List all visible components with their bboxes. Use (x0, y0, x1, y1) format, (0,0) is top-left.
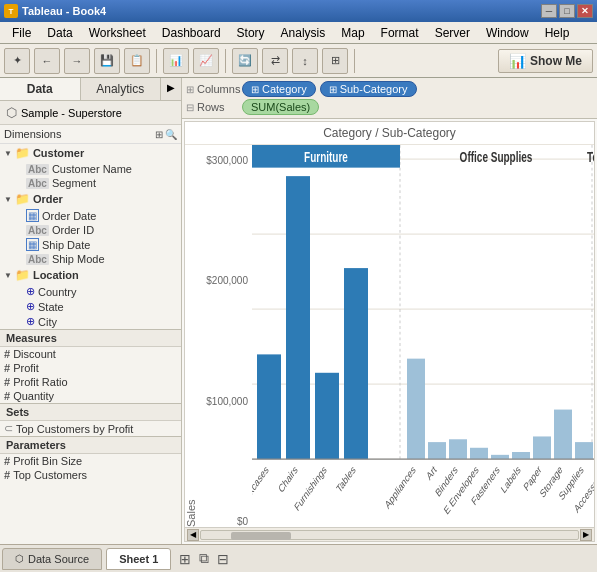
menu-file[interactable]: File (4, 24, 39, 42)
columns-row: ⊞ Columns ⊞ Category ⊞ Sub-Category (186, 81, 593, 97)
datasource-name: Sample - Superstore (21, 107, 122, 119)
group-customer[interactable]: ▼ 📁 Customer (0, 144, 181, 162)
minimize-button[interactable]: ─ (541, 4, 557, 18)
tab-sheet1[interactable]: Sheet 1 (106, 548, 171, 570)
bar-paper[interactable] (533, 436, 551, 459)
bar-bookcases[interactable] (257, 354, 281, 459)
h-scrollbar[interactable]: ◀ ▶ (185, 527, 594, 541)
bar-supplies[interactable] (575, 442, 593, 459)
toolbar-swap[interactable]: ⇄ (262, 48, 288, 74)
show-me-icon: 📊 (509, 53, 526, 69)
column-pill-subcategory[interactable]: ⊞ Sub-Category (320, 81, 417, 97)
panel-tabs: Data Analytics ▶ (0, 78, 181, 101)
field-profit-ratio-label: Profit Ratio (13, 376, 67, 388)
window-controls[interactable]: ─ □ ✕ (541, 4, 593, 18)
field-country[interactable]: ⊕ Country (0, 284, 181, 299)
group-order[interactable]: ▼ 📁 Order (0, 190, 181, 208)
toolbar-chart2[interactable]: 📈 (193, 48, 219, 74)
tab-data[interactable]: Data (0, 78, 81, 100)
y-axis-label: Sales (185, 145, 197, 527)
bar-binders[interactable] (449, 439, 467, 459)
field-country-label: Country (38, 286, 77, 298)
menu-story[interactable]: Story (229, 24, 273, 42)
toolbar-paste[interactable]: 📋 (124, 48, 150, 74)
param-profit-bin[interactable]: # Profit Bin Size (0, 454, 181, 468)
maximize-button[interactable]: □ (559, 4, 575, 18)
triangle-location: ▼ (4, 271, 12, 280)
field-city-label: City (38, 316, 57, 328)
sheet-sorter-icon[interactable]: ⊟ (215, 549, 231, 569)
toolbar-redo[interactable]: → (64, 48, 90, 74)
window-title: Tableau - Book4 (22, 5, 106, 17)
hash-icon-3: # (4, 376, 10, 388)
bar-appliances[interactable] (407, 359, 425, 459)
bar-storage[interactable] (554, 410, 572, 460)
scroll-right-btn[interactable]: ▶ (580, 529, 592, 541)
hash-icon-2: # (4, 362, 10, 374)
toolbar-new[interactable]: ✦ (4, 48, 30, 74)
menu-window[interactable]: Window (478, 24, 537, 42)
bar-furnishings[interactable] (315, 373, 339, 459)
duplicate-sheet-icon[interactable]: ⧉ (197, 548, 211, 569)
field-customer-name[interactable]: Abc Customer Name (0, 162, 181, 176)
separator-3 (354, 49, 355, 73)
toolbar-refresh[interactable]: 🔄 (232, 48, 258, 74)
field-ship-date[interactable]: ▦ Ship Date (0, 237, 181, 252)
scrollbar-thumb[interactable] (231, 532, 291, 540)
field-quantity-label: Quantity (13, 390, 54, 402)
menu-data[interactable]: Data (39, 24, 80, 42)
toolbar-undo[interactable]: ← (34, 48, 60, 74)
bar-art[interactable] (428, 442, 446, 459)
field-state[interactable]: ⊕ State (0, 299, 181, 314)
bar-tables[interactable] (344, 268, 368, 459)
param-top-customers[interactable]: # Top Customers (0, 468, 181, 482)
bar-chairs[interactable] (286, 176, 310, 459)
menu-map[interactable]: Map (333, 24, 372, 42)
menu-worksheet[interactable]: Worksheet (81, 24, 154, 42)
data-source-item[interactable]: ⬡ Sample - Superstore (0, 101, 181, 125)
tab-analytics[interactable]: Analytics (81, 78, 162, 100)
menu-help[interactable]: Help (537, 24, 578, 42)
field-order-id[interactable]: Abc Order ID (0, 223, 181, 237)
separator-2 (225, 49, 226, 73)
menu-server[interactable]: Server (427, 24, 478, 42)
field-ship-mode[interactable]: Abc Ship Mode (0, 252, 181, 266)
field-order-date[interactable]: ▦ Order Date (0, 208, 181, 223)
toolbar-filter[interactable]: ⊞ (322, 48, 348, 74)
toolbar-sort[interactable]: ↕ (292, 48, 318, 74)
field-quantity[interactable]: # Quantity (0, 389, 181, 403)
field-discount[interactable]: # Discount (0, 347, 181, 361)
menu-dashboard[interactable]: Dashboard (154, 24, 229, 42)
toolbar-chart1[interactable]: 📊 (163, 48, 189, 74)
pill-icon-1: ⊞ (251, 84, 259, 95)
menu-format[interactable]: Format (373, 24, 427, 42)
title-bar: T Tableau - Book4 ─ □ ✕ (0, 0, 597, 22)
panel-arrow[interactable]: ▶ (161, 78, 181, 100)
show-me-button[interactable]: 📊 Show Me (498, 49, 593, 73)
menu-analysis[interactable]: Analysis (273, 24, 334, 42)
svg-text:Furniture: Furniture (304, 149, 348, 165)
field-profit[interactable]: # Profit (0, 361, 181, 375)
svg-text:Bookcases: Bookcases (252, 463, 270, 511)
bar-labels[interactable] (512, 452, 530, 459)
bar-envelopes[interactable] (470, 448, 488, 459)
field-segment[interactable]: Abc Segment (0, 176, 181, 190)
scrollbar-track[interactable] (200, 530, 579, 540)
field-city[interactable]: ⊕ City (0, 314, 181, 329)
param-top-customers-label: Top Customers (13, 469, 87, 481)
row-pill-sumsales[interactable]: SUM(Sales) (242, 99, 319, 115)
new-worksheet-icon[interactable]: ⊞ (177, 549, 193, 569)
set-top-customers[interactable]: ⊂ Top Customers by Profit (0, 421, 181, 436)
tab-data-source[interactable]: ⬡ Data Source (2, 548, 102, 570)
toolbar-save[interactable]: 💾 (94, 48, 120, 74)
field-state-label: State (38, 301, 64, 313)
scroll-left-btn[interactable]: ◀ (187, 529, 199, 541)
column-pill-category[interactable]: ⊞ Category (242, 81, 316, 97)
dimensions-grid-icon[interactable]: ⊞ (155, 129, 163, 140)
dimensions-search-icon[interactable]: 🔍 (165, 129, 177, 140)
menu-bar: File Data Worksheet Dashboard Story Anal… (0, 22, 597, 44)
svg-text:Appliances: Appliances (383, 463, 417, 511)
group-location[interactable]: ▼ 📁 Location (0, 266, 181, 284)
field-profit-ratio[interactable]: # Profit Ratio (0, 375, 181, 389)
close-button[interactable]: ✕ (577, 4, 593, 18)
